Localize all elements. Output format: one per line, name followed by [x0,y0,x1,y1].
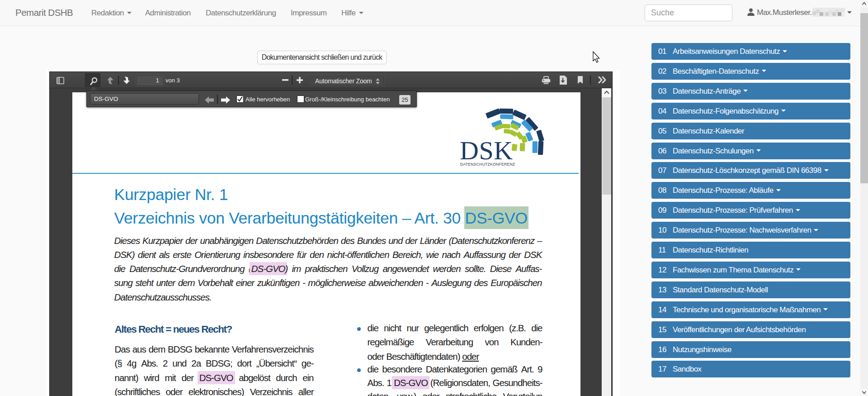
svg-text:DATENSCHUTZKONFERENZ: DATENSCHUTZKONFERENZ [460,162,515,167]
svg-text:DSK: DSK [460,136,513,165]
